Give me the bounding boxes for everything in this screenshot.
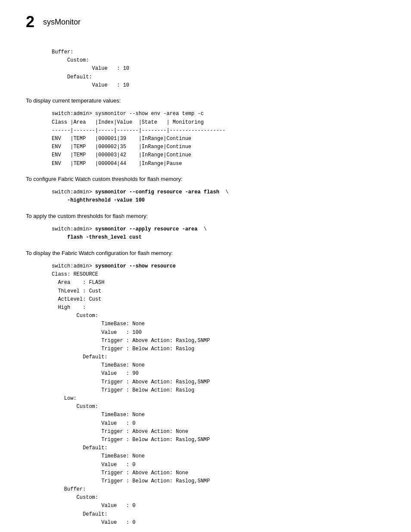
apply-thresh-intro: To apply the custom thresholds for flash… — [26, 212, 385, 221]
apply-thresh-block: switch:admin> sysmonitor --apply resourc… — [26, 225, 385, 242]
chapter-number: 2 — [26, 13, 34, 31]
fabric-watch-config-block: switch:admin> sysmonitor --config resour… — [26, 188, 385, 205]
buffer-code-block: Buffer: Custom: Value : 10 Default: Valu… — [26, 48, 385, 90]
temp-command-block: switch:admin> sysmonitor --show env -are… — [26, 110, 385, 168]
show-resource-intro: To display the Fabric Watch configuratio… — [26, 249, 385, 258]
chapter-title: sysMonitor — [43, 18, 81, 27]
temp-intro: To display current temperature values: — [26, 96, 385, 105]
fabric-watch-config-intro: To configure Fabric Watch custom thresho… — [26, 175, 385, 184]
show-resource-block: switch:admin> sysmonitor --show resource… — [26, 262, 385, 527]
